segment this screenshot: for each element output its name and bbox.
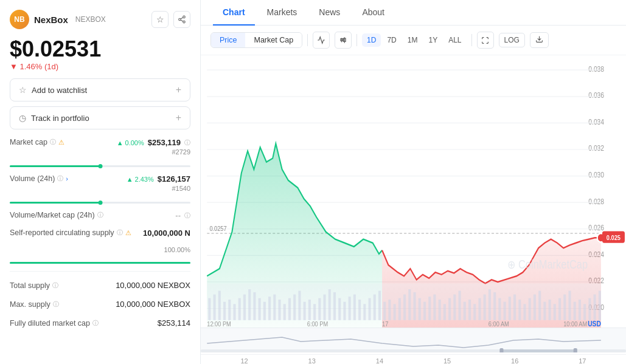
svg-text:0.026: 0.026 <box>588 224 604 232</box>
tab-markets[interactable]: Markets <box>257 0 307 26</box>
svg-rect-51 <box>283 304 286 320</box>
portfolio-plus-icon: + <box>176 112 181 123</box>
mktcap-toggle-btn[interactable]: Market Cap <box>245 33 302 47</box>
tab-chart[interactable]: Chart <box>213 0 255 26</box>
max-supply-info-icon[interactable]: ⓘ <box>53 300 59 309</box>
svg-rect-124 <box>501 349 576 352</box>
right-panel: Chart Markets News About Price Market Ca… <box>201 0 626 364</box>
svg-text:0.036: 0.036 <box>588 91 604 99</box>
svg-text:⊕ CoinMarketCap: ⊕ CoinMarketCap <box>507 258 588 272</box>
price-mktcap-toggle: Price Market Cap <box>210 32 302 48</box>
svg-rect-39 <box>223 302 226 320</box>
svg-rect-41 <box>233 304 235 320</box>
market-cap-bar-fill <box>10 165 100 167</box>
vol-mktcap-value: -- <box>175 211 181 220</box>
svg-text:USD: USD <box>588 320 601 328</box>
svg-text:0.038: 0.038 <box>588 65 604 73</box>
svg-rect-65 <box>353 295 356 320</box>
mini-date-13: 13 <box>308 357 316 364</box>
svg-rect-92 <box>489 289 491 320</box>
coin-name: NexBox <box>34 15 68 25</box>
fdmc-info-icon[interactable]: ⓘ <box>92 319 99 328</box>
svg-rect-67 <box>363 304 366 320</box>
mini-dates: 12 13 14 15 16 17 <box>201 354 626 364</box>
circ-supply-info-icon[interactable]: ⓘ <box>117 228 123 237</box>
coin-header-icons: ☆ <box>151 11 190 28</box>
add-to-watchlist-button[interactable]: ☆ Add to watchlist + <box>10 78 190 101</box>
tab-news[interactable]: News <box>309 0 350 26</box>
share-button[interactable] <box>173 11 190 28</box>
svg-rect-75 <box>403 295 406 320</box>
svg-rect-86 <box>459 290 461 320</box>
price-toggle-btn[interactable]: Price <box>211 33 245 47</box>
vol-mktcap-value-info[interactable]: ⓘ <box>184 211 190 220</box>
total-supply-info-icon[interactable]: ⓘ <box>52 281 58 290</box>
svg-rect-72 <box>388 300 391 320</box>
svg-rect-89 <box>473 304 476 320</box>
svg-rect-62 <box>338 298 341 320</box>
svg-text:0.025: 0.025 <box>607 234 621 241</box>
total-supply-label: Total supply <box>10 281 50 290</box>
svg-rect-109 <box>574 302 576 320</box>
svg-rect-83 <box>443 304 446 320</box>
price-change: ▼ 1.46% (1d) <box>10 62 190 71</box>
svg-rect-110 <box>579 300 581 320</box>
svg-rect-70 <box>378 290 381 320</box>
main-chart-svg: 0.038 0.036 0.034 0.032 0.030 0.028 0.02… <box>201 55 626 328</box>
svg-rect-85 <box>453 295 456 320</box>
line-chart-btn[interactable] <box>313 32 330 49</box>
coin-ticker: NEXBOX <box>75 15 106 24</box>
circ-supply-warning-icon: ⚠ <box>125 229 131 237</box>
svg-rect-98 <box>518 300 521 320</box>
svg-rect-53 <box>293 295 296 320</box>
time-1d-btn[interactable]: 1D <box>362 33 381 47</box>
volume-chevron-icon[interactable]: › <box>66 175 68 182</box>
mini-date-16: 16 <box>511 357 518 364</box>
svg-rect-91 <box>484 295 486 320</box>
volume-24h-bar-fill <box>10 202 100 204</box>
svg-rect-97 <box>513 295 516 320</box>
svg-line-3 <box>181 20 183 21</box>
left-panel: NB NexBox NEXBOX ☆ $0.02531 ▼ 1.46% (1d)… <box>0 0 201 364</box>
max-supply-row: Max. supply ⓘ 10,000,000 NEXBOX <box>10 298 190 311</box>
svg-rect-93 <box>493 292 496 320</box>
market-cap-info-icon[interactable]: ⓘ <box>50 138 56 146</box>
time-all-btn[interactable]: ALL <box>443 33 466 47</box>
time-1m-btn[interactable]: 1M <box>403 33 423 47</box>
svg-rect-80 <box>428 297 431 320</box>
svg-rect-95 <box>504 302 506 320</box>
action-buttons: ☆ Add to watchlist + ◷ Track in portfoli… <box>10 78 190 129</box>
svg-rect-36 <box>208 298 210 320</box>
time-1y-btn[interactable]: 1Y <box>423 33 442 47</box>
tab-about[interactable]: About <box>352 0 394 26</box>
volume-24h-info-icon[interactable]: ⓘ <box>57 174 63 183</box>
svg-rect-50 <box>278 300 280 320</box>
star-button[interactable]: ☆ <box>151 11 169 28</box>
svg-rect-52 <box>288 298 291 320</box>
svg-rect-122 <box>201 328 626 352</box>
candle-chart-btn[interactable] <box>335 32 352 49</box>
portfolio-icon: ◷ <box>19 113 26 123</box>
svg-rect-38 <box>218 290 221 320</box>
chart-area: 0.038 0.036 0.034 0.032 0.030 0.028 0.02… <box>201 55 626 328</box>
time-7d-btn[interactable]: 7D <box>382 33 401 47</box>
svg-rect-101 <box>534 295 536 320</box>
log-btn[interactable]: LOG <box>499 33 525 47</box>
watchlist-plus-icon: + <box>176 84 181 95</box>
svg-rect-96 <box>509 297 511 320</box>
vol-mktcap-info-icon[interactable]: ⓘ <box>97 211 103 219</box>
coin-logo-text: NB <box>14 15 24 24</box>
volume-24h-label: Volume (24h) <box>10 174 55 183</box>
volume-24h-row: Volume (24h) ⓘ › ▲ 2.43% $126,157 #1540 <box>10 173 190 193</box>
expand-btn[interactable] <box>477 32 494 49</box>
svg-rect-56 <box>308 300 311 320</box>
portfolio-label: Track in portfolio <box>31 114 89 123</box>
volume-24h-bar <box>10 202 190 204</box>
coin-header: NB NexBox NEXBOX ☆ <box>10 10 190 29</box>
svg-text:6:00 PM: 6:00 PM <box>307 320 328 328</box>
market-cap-value-info[interactable]: ⓘ <box>184 139 190 147</box>
svg-rect-107 <box>563 295 566 320</box>
download-btn[interactable] <box>530 32 549 48</box>
track-portfolio-button[interactable]: ◷ Track in portfolio + <box>10 106 190 129</box>
mini-chart-svg <box>201 328 626 352</box>
